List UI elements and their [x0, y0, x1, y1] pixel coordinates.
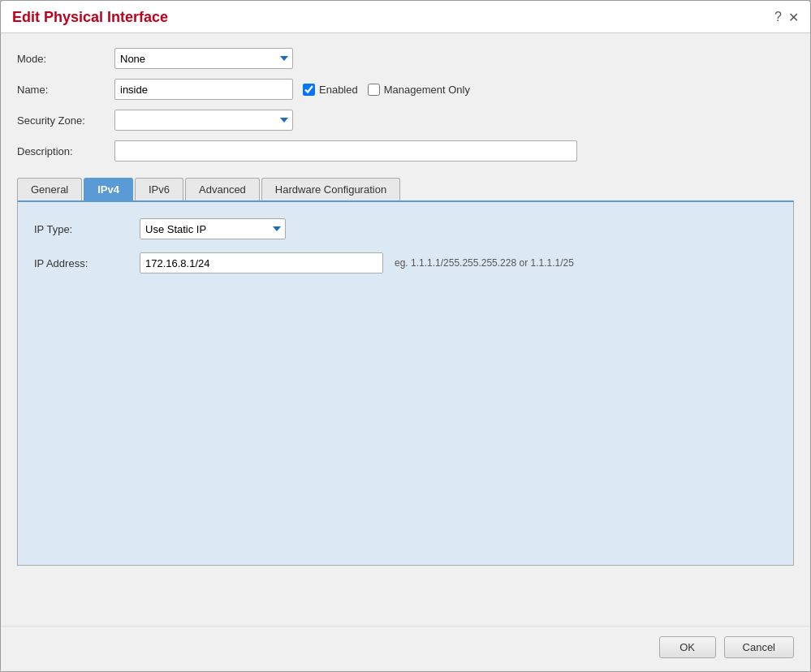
- ip-address-input[interactable]: [140, 252, 383, 274]
- mode-label: Mode:: [17, 53, 114, 65]
- tab-content-ipv4: IP Type: Use Static IP Use DHCP PPPoE IP…: [17, 200, 794, 566]
- cancel-button[interactable]: Cancel: [724, 636, 794, 658]
- dialog-body: Mode: None Routed Transparent Name: Enab…: [1, 33, 810, 626]
- tabs-row: General IPv4 IPv6 Advanced Hardware Conf…: [17, 178, 794, 200]
- ip-type-select[interactable]: Use Static IP Use DHCP PPPoE: [140, 218, 286, 239]
- tab-ipv6[interactable]: IPv6: [135, 178, 183, 200]
- help-icon[interactable]: ?: [774, 10, 782, 25]
- ip-type-label: IP Type:: [34, 223, 140, 235]
- tab-advanced[interactable]: Advanced: [185, 178, 260, 200]
- security-zone-select-wrapper: [114, 110, 293, 131]
- management-only-text: Management Only: [384, 84, 470, 96]
- ip-type-select-wrapper: Use Static IP Use DHCP PPPoE: [140, 218, 286, 239]
- ip-type-row: IP Type: Use Static IP Use DHCP PPPoE: [34, 218, 777, 239]
- tab-hardware-configuration-label: Hardware Configuration: [275, 183, 386, 196]
- security-zone-label: Security Zone:: [17, 114, 114, 127]
- ip-address-label: IP Address:: [34, 257, 140, 269]
- security-zone-row: Security Zone:: [17, 110, 794, 131]
- mode-row: Mode: None Routed Transparent: [17, 48, 794, 69]
- tab-ipv4[interactable]: IPv4: [84, 178, 133, 200]
- name-input[interactable]: [114, 79, 293, 100]
- description-label: Description:: [17, 145, 114, 157]
- enabled-label[interactable]: Enabled: [303, 84, 358, 96]
- security-zone-control-group: [114, 110, 794, 131]
- ip-address-hint: eg. 1.1.1.1/255.255.255.228 or 1.1.1.1/2…: [395, 257, 574, 269]
- tab-ipv4-label: IPv4: [97, 183, 119, 196]
- dialog-controls: ? ✕: [774, 10, 799, 25]
- name-control-group: Enabled Management Only: [114, 79, 794, 100]
- security-zone-select[interactable]: [114, 110, 293, 131]
- ip-address-row: IP Address: eg. 1.1.1.1/255.255.255.228 …: [34, 252, 777, 274]
- mode-select-wrapper: None Routed Transparent: [114, 48, 293, 69]
- description-row: Description:: [17, 140, 794, 162]
- tab-advanced-label: Advanced: [199, 183, 246, 196]
- mode-control-group: None Routed Transparent: [114, 48, 794, 69]
- dialog-titlebar: Edit Physical Interface ? ✕: [1, 1, 810, 33]
- ok-button[interactable]: OK: [659, 636, 716, 658]
- tabs-container: General IPv4 IPv6 Advanced Hardware Conf…: [17, 178, 794, 566]
- description-input[interactable]: [114, 140, 577, 162]
- mode-select[interactable]: None Routed Transparent: [114, 48, 293, 69]
- enabled-checkbox[interactable]: [303, 84, 315, 96]
- enabled-text: Enabled: [319, 84, 358, 96]
- dialog-title: Edit Physical Interface: [12, 9, 168, 26]
- edit-physical-interface-dialog: Edit Physical Interface ? ✕ Mode: None R…: [0, 0, 811, 672]
- management-only-checkbox[interactable]: [368, 84, 380, 96]
- tab-hardware-configuration[interactable]: Hardware Configuration: [261, 178, 400, 200]
- tab-ipv6-label: IPv6: [149, 183, 170, 196]
- tab-general-label: General: [31, 183, 68, 196]
- name-row: Name: Enabled Management Only: [17, 79, 794, 100]
- close-icon[interactable]: ✕: [788, 10, 799, 25]
- dialog-footer: OK Cancel: [1, 626, 810, 671]
- tab-general[interactable]: General: [17, 178, 82, 200]
- name-label: Name:: [17, 84, 114, 96]
- management-only-label[interactable]: Management Only: [368, 84, 470, 96]
